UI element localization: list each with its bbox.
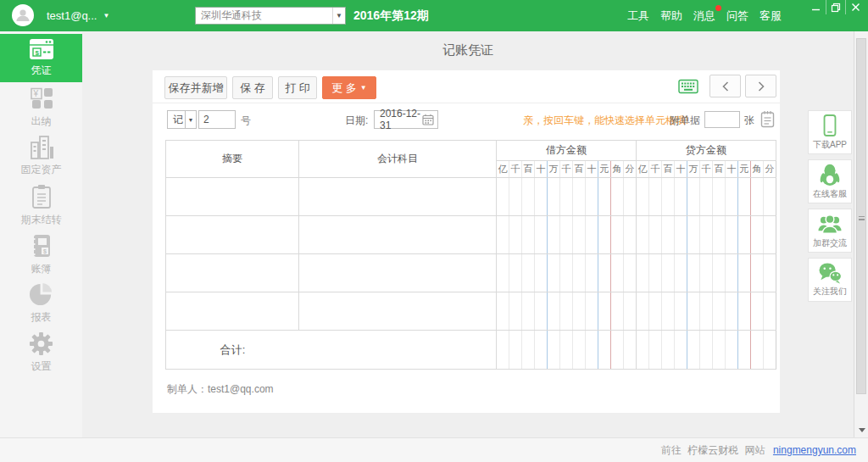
summary-cell[interactable] — [166, 254, 299, 292]
amount-digit-cell[interactable] — [726, 178, 738, 216]
site-link[interactable]: ningmengyun.com — [773, 444, 856, 456]
amount-digit-cell[interactable] — [687, 292, 700, 331]
sidebar-item-voucher[interactable]: $ 凭证 — [0, 34, 82, 82]
amount-digit-cell[interactable] — [586, 254, 598, 292]
amount-digit-cell[interactable] — [586, 292, 598, 331]
amount-digit-cell[interactable] — [649, 254, 662, 292]
amount-digit-cell[interactable] — [509, 254, 522, 292]
amount-digit-cell[interactable] — [713, 178, 726, 216]
summary-cell[interactable] — [166, 178, 299, 216]
user-menu[interactable]: test1@q...▼ — [47, 0, 109, 31]
sidebar-item-fixed-assets[interactable]: 固定资产 — [0, 131, 82, 181]
amount-digit-cell[interactable] — [598, 216, 611, 254]
amount-digit-cell[interactable] — [548, 254, 560, 292]
next-voucher-button[interactable] — [745, 75, 776, 97]
amount-digit-cell[interactable] — [675, 178, 687, 216]
amount-digit-cell[interactable] — [586, 178, 598, 216]
amount-digit-cell[interactable] — [637, 292, 649, 331]
date-input[interactable]: 2016-12-31 — [374, 110, 438, 129]
menu-help[interactable]: 帮助 — [659, 7, 684, 25]
amount-digit-cell[interactable] — [700, 292, 713, 331]
scrollbar-down-arrow[interactable] — [859, 428, 865, 432]
amount-digit-cell[interactable] — [726, 216, 738, 254]
amount-digit-cell[interactable] — [624, 254, 637, 292]
amount-digit-cell[interactable] — [522, 292, 535, 331]
amount-digit-cell[interactable] — [637, 216, 649, 254]
amount-digit-cell[interactable] — [649, 292, 662, 331]
amount-digit-cell[interactable] — [573, 292, 586, 331]
amount-digit-cell[interactable] — [535, 254, 548, 292]
download-app-button[interactable]: 下载APP — [808, 110, 852, 154]
amount-digit-cell[interactable] — [713, 254, 726, 292]
save-button[interactable]: 保 存 — [232, 76, 273, 99]
keyboard-shortcuts-button[interactable] — [678, 79, 698, 97]
amount-digit-cell[interactable] — [764, 178, 776, 216]
company-select[interactable]: 深圳华通科技 ▼ — [195, 7, 346, 25]
scrollbar[interactable] — [854, 31, 868, 437]
more-button[interactable]: 更 多▼ — [322, 76, 376, 99]
amount-digit-cell[interactable] — [687, 254, 700, 292]
amount-digit-cell[interactable] — [560, 178, 573, 216]
voucher-type-select[interactable]: 记 ▼ — [167, 110, 197, 129]
amount-digit-cell[interactable] — [687, 178, 700, 216]
restore-button[interactable] — [826, 0, 845, 14]
amount-digit-cell[interactable] — [675, 292, 687, 331]
amount-digit-cell[interactable] — [687, 216, 700, 254]
amount-digit-cell[interactable] — [509, 178, 522, 216]
amount-digit-cell[interactable] — [624, 216, 637, 254]
amount-digit-cell[interactable] — [700, 254, 713, 292]
amount-digit-cell[interactable] — [738, 254, 751, 292]
amount-digit-cell[interactable] — [611, 254, 624, 292]
amount-digit-cell[interactable] — [726, 254, 738, 292]
amount-digit-cell[interactable] — [726, 292, 738, 331]
amount-digit-cell[interactable] — [738, 178, 751, 216]
menu-messages[interactable]: 消息 — [692, 7, 717, 25]
amount-digit-cell[interactable] — [764, 254, 776, 292]
amount-digit-cell[interactable] — [548, 292, 560, 331]
amount-digit-cell[interactable] — [535, 216, 548, 254]
amount-digit-cell[interactable] — [611, 216, 624, 254]
amount-digit-cell[interactable] — [560, 292, 573, 331]
amount-digit-cell[interactable] — [662, 216, 675, 254]
account-cell[interactable] — [299, 178, 497, 216]
amount-digit-cell[interactable] — [548, 216, 560, 254]
menu-tools[interactable]: 工具 — [626, 7, 651, 25]
online-support-button[interactable]: 在线客服 — [808, 159, 852, 203]
menu-qa[interactable]: 问答 — [725, 7, 750, 25]
avatar[interactable] — [12, 4, 34, 26]
amount-digit-cell[interactable] — [738, 216, 751, 254]
amount-digit-cell[interactable] — [611, 292, 624, 331]
amount-digit-cell[interactable] — [675, 254, 687, 292]
account-cell[interactable] — [299, 216, 497, 254]
amount-digit-cell[interactable] — [509, 292, 522, 331]
amount-digit-cell[interactable] — [598, 254, 611, 292]
amount-digit-cell[interactable] — [497, 254, 509, 292]
amount-digit-cell[interactable] — [738, 292, 751, 331]
amount-digit-cell[interactable] — [522, 254, 535, 292]
scrollbar-thumb[interactable] — [856, 38, 866, 394]
amount-digit-cell[interactable] — [573, 216, 586, 254]
sidebar-item-settings[interactable]: 设置 — [0, 328, 82, 377]
amount-digit-cell[interactable] — [713, 292, 726, 331]
amount-digit-cell[interactable] — [624, 292, 637, 331]
amount-digit-cell[interactable] — [624, 178, 637, 216]
amount-digit-cell[interactable] — [535, 178, 548, 216]
attachments-count-input[interactable] — [704, 111, 740, 128]
account-cell[interactable] — [299, 292, 497, 331]
amount-digit-cell[interactable] — [522, 178, 535, 216]
amount-digit-cell[interactable] — [611, 178, 624, 216]
amount-digit-cell[interactable] — [497, 178, 509, 216]
amount-digit-cell[interactable] — [522, 216, 535, 254]
amount-digit-cell[interactable] — [700, 216, 713, 254]
sidebar-item-period-closing[interactable]: 期末结转 — [0, 181, 82, 230]
amount-digit-cell[interactable] — [560, 254, 573, 292]
amount-digit-cell[interactable] — [649, 216, 662, 254]
sidebar-item-cashier[interactable]: ¥ 出纳 — [0, 82, 82, 131]
amount-digit-cell[interactable] — [764, 292, 776, 331]
amount-digit-cell[interactable] — [573, 178, 586, 216]
amount-digit-cell[interactable] — [662, 178, 675, 216]
voucher-number-input[interactable] — [198, 110, 236, 129]
amount-digit-cell[interactable] — [586, 216, 598, 254]
minimize-button[interactable] — [806, 0, 826, 14]
amount-digit-cell[interactable] — [637, 254, 649, 292]
